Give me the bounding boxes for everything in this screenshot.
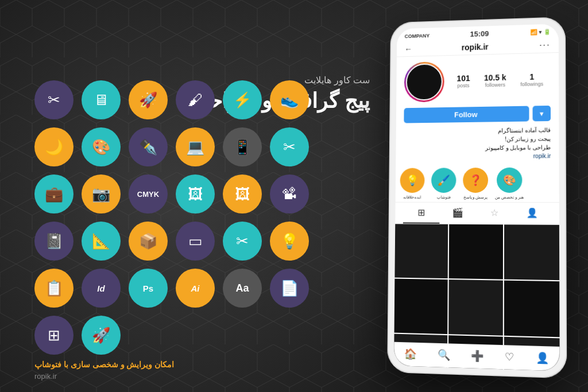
bio-line-3: طراحی با موبایل و کامپیوتر	[404, 143, 551, 153]
icon-6: 👟	[270, 80, 309, 119]
icon-19: 📓	[34, 222, 74, 261]
photo-6	[504, 281, 560, 337]
icon-9: ✒️	[129, 127, 168, 166]
icon-28: Ai	[176, 269, 215, 308]
time: 15:09	[470, 29, 489, 38]
photo-5	[448, 280, 503, 336]
icon-7: 🌙	[34, 127, 74, 166]
icon-26: Id	[82, 269, 121, 308]
icon-29: Aa	[223, 269, 262, 308]
phone-outer: COMPANY 15:09 📶 ▾ 🔋 ← ropik.ir ···	[387, 17, 567, 378]
highlight-circle-qa: ❓	[463, 168, 488, 193]
icon-14: 📷	[82, 174, 121, 214]
icon-25: 📋	[34, 269, 74, 308]
highlight-circle-ps: 🖌️	[431, 168, 456, 193]
profile-tabs: ⊞ 🎬 ☆ 👤	[395, 203, 559, 225]
icon-20: 📐	[82, 222, 121, 261]
more-options[interactable]: ···	[539, 40, 551, 51]
nav-add[interactable]: ➕	[471, 350, 483, 363]
phone-mockup: COMPANY 15:09 📶 ▾ 🔋 ← ropik.ir ···	[387, 17, 567, 378]
icon-24: 💡	[270, 222, 309, 261]
bio-link[interactable]: ropik.ir	[533, 153, 551, 159]
nav-home[interactable]: 🏠	[404, 347, 417, 360]
tab-video[interactable]: 🎬	[439, 203, 476, 224]
posts-count: 101	[457, 73, 470, 83]
icon-32: 🚀	[82, 316, 121, 355]
follow-row: Follow ▼	[396, 106, 559, 128]
follow-dropdown[interactable]: ▼	[533, 106, 551, 121]
photo-4	[394, 279, 448, 335]
bottom-nav: 🏠 🔍 ➕ ♡ 👤	[394, 342, 560, 371]
tab-grid[interactable]: ⊞	[403, 203, 439, 224]
photo-3	[504, 224, 559, 280]
icon-3: 🚀	[129, 80, 168, 119]
stat-following: 1 followings	[520, 72, 543, 87]
stat-posts: 101 posts	[457, 73, 470, 88]
icon-4: 🖌	[176, 80, 215, 119]
phone-inner: COMPANY 15:09 📶 ▾ 🔋 ← ropik.ir ···	[394, 24, 560, 371]
highlight-label-ps: فتوشاپ	[437, 195, 451, 200]
icon-15: CMYK	[129, 174, 168, 214]
bottom-text-highlight: فتوشاپ	[34, 360, 61, 369]
nav-profile[interactable]: 👤	[536, 351, 549, 365]
highlight-label-qa: پرسش و پاسخ	[463, 195, 488, 200]
ig-username: ropik.ir	[462, 42, 489, 52]
icon-17: 🖼	[223, 174, 262, 214]
highlight-label-idea: ایده خلاقانه	[403, 195, 421, 200]
avatar	[406, 63, 443, 101]
icon-2: 🖥	[82, 80, 121, 119]
follow-button[interactable]: Follow	[404, 106, 529, 123]
highlights-row: 💡 ایده خلاقانه 🖌️ فتوشاپ ❓ پرسش و پاسخ 🎨…	[396, 165, 559, 203]
tab-tagged[interactable]: ☆	[476, 203, 513, 224]
posts-label: posts	[457, 83, 470, 88]
status-icons: 📶 ▾ 🔋	[530, 29, 550, 36]
profile-header: 101 posts 10.5 k followers 1 followings	[396, 53, 559, 108]
stat-followers: 10.5 k followers	[484, 73, 506, 88]
bottom-text: امکان ویرایش و شخصی سازی با فتوشاپ	[34, 360, 174, 369]
back-arrow[interactable]: ←	[404, 45, 412, 54]
icon-8: 🎨	[82, 127, 121, 166]
icon-1: ✂	[34, 80, 74, 119]
icon-21: 📦	[129, 222, 168, 261]
highlight-label-art: هنر و تخصص من	[495, 195, 524, 200]
avatar-ring	[404, 61, 444, 103]
icon-12: ✂	[270, 127, 309, 166]
following-label: followings	[520, 81, 543, 87]
icon-row-1: ✂ 🖥 🚀 🖌 ⚡ 👟	[34, 80, 356, 119]
bottom-text-pre: امکان ویرایش و شخصی سازی با	[61, 360, 174, 369]
icon-row-2: 🌙 🎨 ✒️ 💻 📱 ✂	[34, 127, 356, 166]
followers-count: 10.5 k	[484, 73, 506, 83]
highlight-idea[interactable]: 💡 ایده خلاقانه	[400, 168, 424, 200]
icon-18: 📽	[270, 174, 309, 214]
highlight-qa[interactable]: ❓ پرسش و پاسخ	[463, 168, 488, 200]
icon-30: 📄	[270, 269, 309, 308]
icon-5: ⚡	[223, 80, 262, 119]
content-wrapper: ست کاور هایلایت پیج گرافیک و طراحی ✂ 🖥 🚀…	[0, 0, 588, 392]
battery-icon: 🔋	[543, 29, 550, 35]
carrier: COMPANY	[405, 33, 430, 39]
highlight-ps[interactable]: 🖌️ فتوشاپ	[431, 168, 457, 200]
icon-23: ✂	[223, 222, 262, 261]
icon-16: 🖼	[176, 174, 215, 214]
followers-label: followers	[484, 82, 506, 88]
highlight-circle-idea: 💡	[400, 168, 424, 193]
icon-grid-section: ✂ 🖥 🚀 🖌 ⚡ 👟 🌙 🎨 ✒️ 💻 📱 ✂ 💼 📷 CMYK 🖼 🖼 📽 …	[34, 80, 356, 363]
highlight-art[interactable]: 🎨 هنر و تخصص من	[495, 168, 524, 200]
highlight-circle-art: 🎨	[497, 168, 522, 193]
icon-27: Ps	[129, 269, 168, 308]
icon-13: 💼	[34, 174, 74, 214]
following-count: 1	[520, 72, 543, 81]
icon-row-3: 💼 📷 CMYK 🖼 🖼 📽	[34, 174, 356, 214]
tab-person[interactable]: 👤	[513, 203, 551, 224]
icon-row-5: 📋 Id Ps Ai Aa 📄	[34, 269, 356, 308]
nav-search[interactable]: 🔍	[438, 348, 450, 362]
bio-section: قالب آماده اینستاگرام پیجت رو زیباتر کن!…	[396, 126, 559, 166]
icon-22: ▭	[176, 222, 215, 261]
nav-heart[interactable]: ♡	[505, 350, 514, 363]
icon-11: 📱	[223, 127, 262, 166]
icon-31: ⊞	[34, 316, 74, 355]
brand-name: ropik.ir	[34, 372, 57, 381]
photo-2	[449, 224, 503, 280]
wifi-icon: ▾	[539, 29, 541, 35]
signal-icon: 📶	[530, 29, 537, 35]
